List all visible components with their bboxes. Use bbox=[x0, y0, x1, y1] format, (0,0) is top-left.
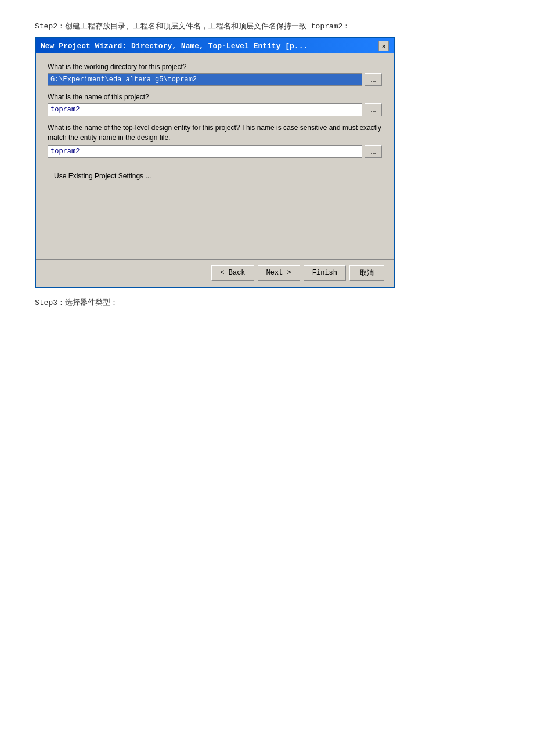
working-dir-row: ... bbox=[48, 73, 382, 86]
finish-button[interactable]: Finish bbox=[304, 265, 346, 281]
top-level-description: What is the name of the top-level design… bbox=[48, 123, 382, 143]
project-name-input[interactable] bbox=[48, 103, 362, 116]
close-button[interactable]: ✕ bbox=[378, 41, 389, 51]
back-button[interactable]: < Back bbox=[211, 265, 254, 281]
top-level-row: ... bbox=[48, 145, 382, 158]
dialog-titlebar: New Project Wizard: Directory, Name, Top… bbox=[36, 38, 394, 53]
dialog-title: New Project Wizard: Directory, Name, Top… bbox=[41, 42, 378, 51]
use-existing-project-settings-button[interactable]: Use Existing Project Settings ... bbox=[48, 170, 157, 182]
project-name-browse-button[interactable]: ... bbox=[365, 103, 382, 116]
next-button[interactable]: Next > bbox=[258, 265, 300, 281]
working-dir-input[interactable] bbox=[48, 73, 362, 86]
cancel-button[interactable]: 取消 bbox=[349, 265, 384, 281]
working-dir-label: What is the working directory for this p… bbox=[48, 63, 382, 71]
dialog-footer: < Back Next > Finish 取消 bbox=[36, 259, 394, 287]
working-dir-browse-button[interactable]: ... bbox=[365, 73, 382, 86]
dialog-body: What is the working directory for this p… bbox=[36, 53, 394, 189]
step2-label: Step2：创建工程存放目录、工程名和顶层文件名，工程名和顶层文件名保持一致 t… bbox=[35, 21, 522, 31]
top-level-browse-button[interactable]: ... bbox=[365, 145, 382, 158]
step3-label: Step3：选择器件类型： bbox=[35, 297, 522, 308]
dialog-window: New Project Wizard: Directory, Name, Top… bbox=[35, 37, 395, 288]
project-name-row: ... bbox=[48, 103, 382, 116]
project-name-label: What is the name of this project? bbox=[48, 93, 382, 101]
top-level-input[interactable] bbox=[48, 145, 362, 158]
